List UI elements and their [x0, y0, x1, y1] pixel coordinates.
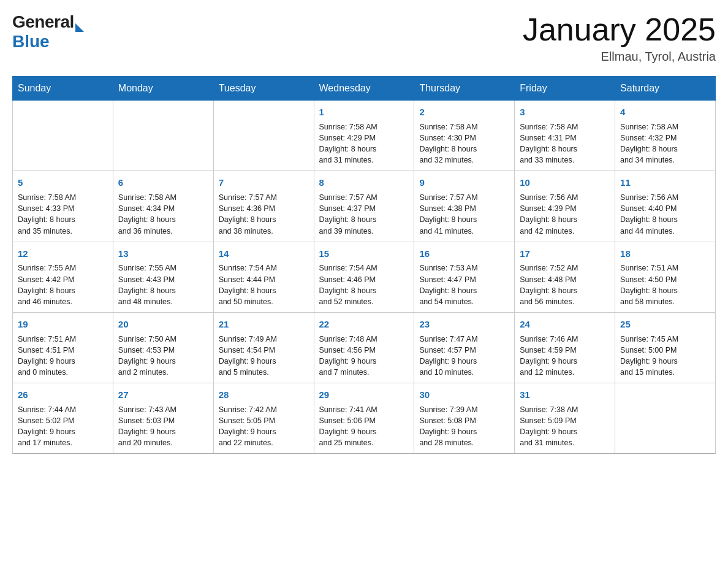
- day-info: Sunrise: 7:41 AM Sunset: 5:06 PM Dayligh…: [319, 404, 409, 449]
- day-info: Sunrise: 7:39 AM Sunset: 5:08 PM Dayligh…: [419, 404, 509, 449]
- calendar-cell: 6Sunrise: 7:58 AM Sunset: 4:34 PM Daylig…: [113, 171, 213, 242]
- day-number: 27: [118, 388, 208, 402]
- day-number: 2: [419, 105, 509, 119]
- day-info: Sunrise: 7:58 AM Sunset: 4:31 PM Dayligh…: [520, 121, 610, 166]
- day-number: 8: [319, 176, 409, 190]
- day-number: 6: [118, 176, 208, 190]
- calendar-table: SundayMondayTuesdayWednesdayThursdayFrid…: [12, 76, 716, 454]
- calendar-cell: 16Sunrise: 7:53 AM Sunset: 4:47 PM Dayli…: [414, 242, 515, 312]
- day-number: 31: [520, 388, 610, 402]
- day-info: Sunrise: 7:44 AM Sunset: 5:02 PM Dayligh…: [18, 404, 108, 449]
- day-info: Sunrise: 7:49 AM Sunset: 4:54 PM Dayligh…: [219, 334, 309, 378]
- calendar-cell: [213, 101, 314, 171]
- day-info: Sunrise: 7:48 AM Sunset: 4:56 PM Dayligh…: [319, 334, 409, 378]
- calendar-cell: [13, 101, 113, 171]
- day-number: 3: [520, 105, 610, 119]
- calendar-cell: 15Sunrise: 7:54 AM Sunset: 4:46 PM Dayli…: [314, 242, 414, 312]
- day-number: 20: [118, 318, 208, 331]
- calendar-week-4: 19Sunrise: 7:51 AM Sunset: 4:51 PM Dayli…: [13, 312, 716, 383]
- calendar-week-3: 12Sunrise: 7:55 AM Sunset: 4:42 PM Dayli…: [13, 242, 716, 312]
- day-info: Sunrise: 7:57 AM Sunset: 4:36 PM Dayligh…: [219, 192, 309, 237]
- day-info: Sunrise: 7:43 AM Sunset: 5:03 PM Dayligh…: [118, 404, 208, 449]
- day-info: Sunrise: 7:55 AM Sunset: 4:42 PM Dayligh…: [18, 262, 108, 307]
- page-header: General Blue January 2025 Ellmau, Tyrol,…: [12, 12, 716, 64]
- day-info: Sunrise: 7:58 AM Sunset: 4:32 PM Dayligh…: [620, 121, 710, 166]
- day-info: Sunrise: 7:52 AM Sunset: 4:48 PM Dayligh…: [520, 262, 610, 307]
- calendar-cell: [113, 101, 213, 171]
- day-info: Sunrise: 7:55 AM Sunset: 4:43 PM Dayligh…: [118, 262, 208, 307]
- location-text: Ellmau, Tyrol, Austria: [523, 50, 716, 64]
- day-number: 18: [620, 247, 710, 261]
- day-number: 21: [219, 318, 309, 331]
- day-number: 25: [620, 318, 710, 331]
- calendar-cell: 23Sunrise: 7:47 AM Sunset: 4:57 PM Dayli…: [414, 312, 515, 383]
- calendar-week-2: 5Sunrise: 7:58 AM Sunset: 4:33 PM Daylig…: [13, 171, 716, 242]
- day-number: 5: [18, 176, 108, 190]
- calendar-cell: 10Sunrise: 7:56 AM Sunset: 4:39 PM Dayli…: [515, 171, 615, 242]
- calendar-cell: 14Sunrise: 7:54 AM Sunset: 4:44 PM Dayli…: [213, 242, 314, 312]
- calendar-cell: 27Sunrise: 7:43 AM Sunset: 5:03 PM Dayli…: [113, 383, 213, 454]
- calendar-cell: 26Sunrise: 7:44 AM Sunset: 5:02 PM Dayli…: [13, 383, 113, 454]
- day-info: Sunrise: 7:38 AM Sunset: 5:09 PM Dayligh…: [520, 404, 610, 449]
- month-title: January 2025: [523, 12, 716, 47]
- day-number: 19: [18, 318, 108, 331]
- calendar-week-1: 1Sunrise: 7:58 AM Sunset: 4:29 PM Daylig…: [13, 101, 716, 171]
- day-info: Sunrise: 7:46 AM Sunset: 4:59 PM Dayligh…: [520, 334, 610, 378]
- calendar-cell: 30Sunrise: 7:39 AM Sunset: 5:08 PM Dayli…: [414, 383, 515, 454]
- calendar-cell: 25Sunrise: 7:45 AM Sunset: 5:00 PM Dayli…: [615, 312, 716, 383]
- day-number: 30: [419, 388, 509, 402]
- calendar-cell: 4Sunrise: 7:58 AM Sunset: 4:32 PM Daylig…: [615, 101, 716, 171]
- header-tuesday: Tuesday: [213, 77, 314, 101]
- calendar-cell: 7Sunrise: 7:57 AM Sunset: 4:36 PM Daylig…: [213, 171, 314, 242]
- day-number: 26: [18, 388, 108, 402]
- day-number: 9: [419, 176, 509, 190]
- day-info: Sunrise: 7:51 AM Sunset: 4:51 PM Dayligh…: [18, 334, 108, 378]
- day-number: 4: [620, 105, 710, 119]
- header-thursday: Thursday: [414, 77, 515, 101]
- day-info: Sunrise: 7:58 AM Sunset: 4:29 PM Dayligh…: [319, 121, 409, 166]
- day-info: Sunrise: 7:47 AM Sunset: 4:57 PM Dayligh…: [419, 334, 509, 378]
- calendar-cell: 17Sunrise: 7:52 AM Sunset: 4:48 PM Dayli…: [515, 242, 615, 312]
- day-number: 13: [118, 247, 208, 261]
- day-number: 15: [319, 247, 409, 261]
- day-info: Sunrise: 7:57 AM Sunset: 4:37 PM Dayligh…: [319, 192, 409, 237]
- day-info: Sunrise: 7:56 AM Sunset: 4:39 PM Dayligh…: [520, 192, 610, 237]
- day-info: Sunrise: 7:51 AM Sunset: 4:50 PM Dayligh…: [620, 262, 710, 307]
- calendar-cell: 12Sunrise: 7:55 AM Sunset: 4:42 PM Dayli…: [13, 242, 113, 312]
- calendar-week-5: 26Sunrise: 7:44 AM Sunset: 5:02 PM Dayli…: [13, 383, 716, 454]
- calendar-header-row: SundayMondayTuesdayWednesdayThursdayFrid…: [13, 77, 716, 101]
- day-info: Sunrise: 7:50 AM Sunset: 4:53 PM Dayligh…: [118, 334, 208, 378]
- calendar-cell: 24Sunrise: 7:46 AM Sunset: 4:59 PM Dayli…: [515, 312, 615, 383]
- calendar-cell: 20Sunrise: 7:50 AM Sunset: 4:53 PM Dayli…: [113, 312, 213, 383]
- day-info: Sunrise: 7:45 AM Sunset: 5:00 PM Dayligh…: [620, 334, 710, 378]
- day-info: Sunrise: 7:56 AM Sunset: 4:40 PM Dayligh…: [620, 192, 710, 237]
- day-number: 17: [520, 247, 610, 261]
- calendar-cell: 13Sunrise: 7:55 AM Sunset: 4:43 PM Dayli…: [113, 242, 213, 312]
- calendar-cell: 22Sunrise: 7:48 AM Sunset: 4:56 PM Dayli…: [314, 312, 414, 383]
- calendar-cell: 31Sunrise: 7:38 AM Sunset: 5:09 PM Dayli…: [515, 383, 615, 454]
- day-number: 24: [520, 318, 610, 331]
- day-number: 16: [419, 247, 509, 261]
- header-saturday: Saturday: [615, 77, 716, 101]
- header-wednesday: Wednesday: [314, 77, 414, 101]
- logo: General Blue: [12, 12, 84, 52]
- day-number: 23: [419, 318, 509, 331]
- header-monday: Monday: [113, 77, 213, 101]
- calendar-cell: 21Sunrise: 7:49 AM Sunset: 4:54 PM Dayli…: [213, 312, 314, 383]
- calendar-cell: 5Sunrise: 7:58 AM Sunset: 4:33 PM Daylig…: [13, 171, 113, 242]
- day-info: Sunrise: 7:53 AM Sunset: 4:47 PM Dayligh…: [419, 262, 509, 307]
- day-info: Sunrise: 7:54 AM Sunset: 4:44 PM Dayligh…: [219, 262, 309, 307]
- calendar-cell: 19Sunrise: 7:51 AM Sunset: 4:51 PM Dayli…: [13, 312, 113, 383]
- day-number: 7: [219, 176, 309, 190]
- calendar-cell: 29Sunrise: 7:41 AM Sunset: 5:06 PM Dayli…: [314, 383, 414, 454]
- day-number: 29: [319, 388, 409, 402]
- header-sunday: Sunday: [13, 77, 113, 101]
- day-number: 12: [18, 247, 108, 261]
- day-info: Sunrise: 7:42 AM Sunset: 5:05 PM Dayligh…: [219, 404, 309, 449]
- day-info: Sunrise: 7:58 AM Sunset: 4:34 PM Dayligh…: [118, 192, 208, 237]
- day-info: Sunrise: 7:58 AM Sunset: 4:30 PM Dayligh…: [419, 121, 509, 166]
- calendar-cell: 9Sunrise: 7:57 AM Sunset: 4:38 PM Daylig…: [414, 171, 515, 242]
- calendar-cell: 11Sunrise: 7:56 AM Sunset: 4:40 PM Dayli…: [615, 171, 716, 242]
- day-number: 10: [520, 176, 610, 190]
- calendar-cell: 28Sunrise: 7:42 AM Sunset: 5:05 PM Dayli…: [213, 383, 314, 454]
